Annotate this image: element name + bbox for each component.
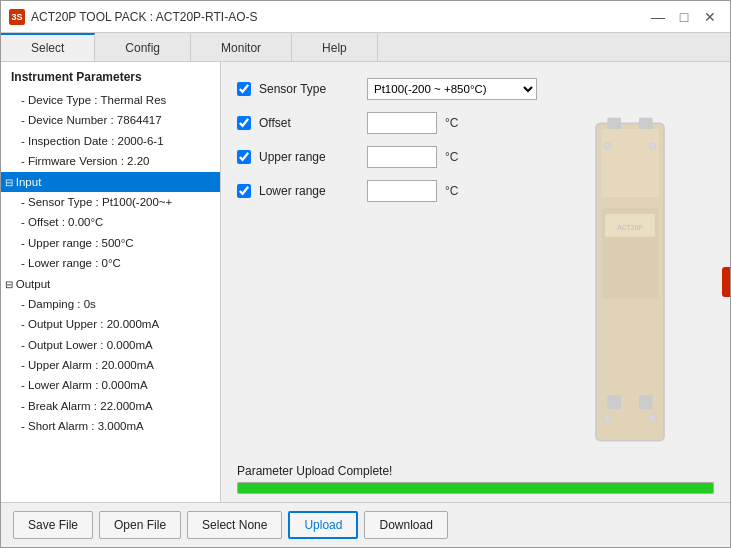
window-controls: — □ ✕ [646,7,722,27]
close-button[interactable]: ✕ [698,7,722,27]
tree-group-output[interactable]: Output [1,274,220,294]
status-area: Parameter Upload Complete! [237,464,714,494]
tree-break-alarm[interactable]: Break Alarm : 22.000mA [1,396,220,416]
tree-output-lower[interactable]: Output Lower : 0.000mA [1,335,220,355]
tree-lower-range[interactable]: Lower range : 0°C [1,253,220,273]
status-message: Parameter Upload Complete! [237,464,714,478]
bottom-toolbar: Save File Open File Select None Upload D… [1,502,730,547]
upload-button[interactable]: Upload [288,511,358,539]
title-bar: 3S ACT20P TOOL PACK : ACT20P-RTI-AO-S — … [1,1,730,33]
tree-sensor-type[interactable]: Sensor Type : Pt100(-200~+ [1,192,220,212]
tree-damping[interactable]: Damping : 0s [1,294,220,314]
offset-row: Offset 0,00 °C [237,110,714,136]
form-section: Sensor Type Pt100(-200 ~ +850°C) Pt1000 … [237,76,714,204]
maximize-button[interactable]: □ [672,7,696,27]
minimize-button[interactable]: — [646,7,670,27]
offset-unit: °C [445,116,465,130]
sensor-type-row: Sensor Type Pt100(-200 ~ +850°C) Pt1000 … [237,76,714,102]
upper-range-input[interactable]: 500 [367,146,437,168]
right-panel: ACT20P Sensor Type [221,62,730,502]
select-none-button[interactable]: Select None [187,511,282,539]
upper-range-checkbox[interactable] [237,150,251,164]
sensor-type-checkbox[interactable] [237,82,251,96]
left-panel: Instrument Parameters Device Type : Ther… [1,62,221,502]
tree-device-type[interactable]: Device Type : Thermal Res [1,90,220,110]
window-title: ACT20P TOOL PACK : ACT20P-RTI-AO-S [31,10,646,24]
upper-range-unit: °C [445,150,465,164]
lower-range-unit: °C [445,184,465,198]
progress-bar-fill [238,483,713,493]
lower-range-input[interactable]: 0 [367,180,437,202]
open-file-button[interactable]: Open File [99,511,181,539]
tree-offset[interactable]: Offset : 0.00°C [1,212,220,232]
tree-short-alarm[interactable]: Short Alarm : 3.000mA [1,416,220,436]
progress-bar-container [237,482,714,494]
main-content: Instrument Parameters Device Type : Ther… [1,62,730,502]
sensor-type-select[interactable]: Pt100(-200 ~ +850°C) Pt1000 Ni100 TC Typ… [367,78,537,100]
sensor-type-label[interactable]: Sensor Type [259,82,359,96]
offset-checkbox[interactable] [237,116,251,130]
tree-upper-range[interactable]: Upper range : 500°C [1,233,220,253]
upper-range-label[interactable]: Upper range [259,150,359,164]
tree-output-upper[interactable]: Output Upper : 20.000mA [1,314,220,334]
tree-upper-alarm[interactable]: Upper Alarm : 20.000mA [1,355,220,375]
app-icon: 3S [9,9,25,25]
tree-container[interactable]: Device Type : Thermal Res Device Number … [1,88,220,502]
tab-config[interactable]: Config [95,33,191,61]
save-file-button[interactable]: Save File [13,511,93,539]
tab-bar: Select Config Monitor Help [1,33,730,62]
lower-range-checkbox[interactable] [237,184,251,198]
tree-firmware-version[interactable]: Firmware Version : 2.20 [1,151,220,171]
lower-range-label[interactable]: Lower range [259,184,359,198]
main-window: 3S ACT20P TOOL PACK : ACT20P-RTI-AO-S — … [0,0,731,548]
panel-title: Instrument Parameters [1,62,220,88]
tree-inspection-date[interactable]: Inspection Date : 2000-6-1 [1,131,220,151]
tree-group-input[interactable]: Input [1,172,220,192]
tree-lower-alarm[interactable]: Lower Alarm : 0.000mA [1,375,220,395]
tab-select[interactable]: Select [1,33,95,61]
tab-help[interactable]: Help [292,33,378,61]
tab-monitor[interactable]: Monitor [191,33,292,61]
offset-label[interactable]: Offset [259,116,359,130]
download-button[interactable]: Download [364,511,447,539]
lower-range-row: Lower range 0 °C [237,178,714,204]
offset-input[interactable]: 0,00 [367,112,437,134]
upper-range-row: Upper range 500 °C [237,144,714,170]
tree-device-number[interactable]: Device Number : 7864417 [1,110,220,130]
side-indicator [722,267,730,297]
